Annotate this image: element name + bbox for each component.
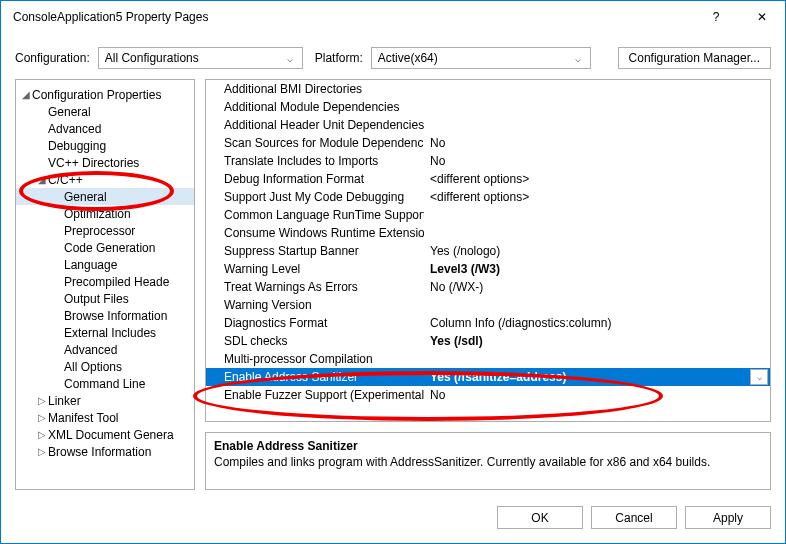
tree-item-label: Advanced (48, 122, 101, 136)
tree-item-advanced[interactable]: Advanced (16, 341, 194, 358)
property-value[interactable]: Yes (/fsanitize=address) (424, 370, 770, 384)
property-row[interactable]: Enable Address SanitizerYes (/fsanitize=… (206, 368, 770, 386)
property-row[interactable]: Consume Windows Runtime Extension (206, 224, 770, 242)
titlebar: ConsoleApplication5 Property Pages ? ✕ (1, 1, 785, 33)
right-pane: Additional BMI DirectoriesAdditional Mod… (205, 79, 771, 490)
help-icon: ? (713, 10, 720, 24)
close-icon: ✕ (757, 10, 767, 24)
tree-item-label: Linker (48, 394, 81, 408)
cancel-button[interactable]: Cancel (591, 506, 677, 529)
property-tree[interactable]: ◢Configuration PropertiesGeneralAdvanced… (15, 79, 195, 490)
property-row[interactable]: Translate Includes to ImportsNo (206, 152, 770, 170)
help-button[interactable]: ? (693, 1, 739, 33)
property-row[interactable]: Additional Module Dependencies (206, 98, 770, 116)
tree-item-browse-information[interactable]: ▷Browse Information (16, 443, 194, 460)
tree-item-label: Manifest Tool (48, 411, 118, 425)
property-row[interactable]: Common Language RunTime Support (206, 206, 770, 224)
property-row[interactable]: Treat Warnings As ErrorsNo (/WX-) (206, 278, 770, 296)
tree-item-language[interactable]: Language (16, 256, 194, 273)
tree-item-external-includes[interactable]: External Includes (16, 324, 194, 341)
tree-item-manifest-tool[interactable]: ▷Manifest Tool (16, 409, 194, 426)
expand-icon[interactable]: ▷ (36, 395, 48, 406)
property-name: SDL checks (206, 334, 424, 348)
property-value[interactable]: Level3 (/W3) (424, 262, 770, 276)
tree-item-advanced[interactable]: Advanced (16, 120, 194, 137)
tree-item-label: Configuration Properties (32, 88, 161, 102)
property-row[interactable]: Scan Sources for Module DependenciesNo (206, 134, 770, 152)
tree-item-label: Language (64, 258, 117, 272)
property-row[interactable]: SDL checksYes (/sdl) (206, 332, 770, 350)
property-name: Suppress Startup Banner (206, 244, 424, 258)
platform-combobox[interactable]: Active(x64) ⌵ (371, 47, 591, 69)
configuration-label: Configuration: (15, 51, 90, 65)
chevron-down-icon: ⌵ (282, 53, 298, 64)
property-name: Additional BMI Directories (206, 82, 424, 96)
tree-item-c-c-[interactable]: ◢C/C++ (16, 171, 194, 188)
window-title: ConsoleApplication5 Property Pages (13, 10, 693, 24)
property-name: Enable Fuzzer Support (Experimental) (206, 388, 424, 402)
tree-root[interactable]: ◢Configuration Properties (16, 86, 194, 103)
property-name: Additional Header Unit Dependencies (206, 118, 424, 132)
property-dropdown-button[interactable]: ⌵ (750, 369, 768, 385)
close-button[interactable]: ✕ (739, 1, 785, 33)
property-row[interactable]: Warning LevelLevel3 (/W3) (206, 260, 770, 278)
tree-item-xml-document-genera[interactable]: ▷XML Document Genera (16, 426, 194, 443)
platform-label: Platform: (315, 51, 363, 65)
tree-item-code-generation[interactable]: Code Generation (16, 239, 194, 256)
collapse-icon[interactable]: ◢ (20, 89, 32, 100)
property-value[interactable]: <different options> (424, 190, 770, 204)
tree-item-precompiled-heade[interactable]: Precompiled Heade (16, 273, 194, 290)
tree-item-general[interactable]: General (16, 103, 194, 120)
property-row[interactable]: Debug Information Format<different optio… (206, 170, 770, 188)
tree-item-general[interactable]: General (16, 188, 194, 205)
configuration-combobox[interactable]: All Configurations ⌵ (98, 47, 303, 69)
tree-item-browse-information[interactable]: Browse Information (16, 307, 194, 324)
tree-item-label: External Includes (64, 326, 156, 340)
property-row[interactable]: Warning Version (206, 296, 770, 314)
configuration-manager-button[interactable]: Configuration Manager... (618, 47, 771, 69)
property-name: Treat Warnings As Errors (206, 280, 424, 294)
property-name: Support Just My Code Debugging (206, 190, 424, 204)
property-value[interactable]: No (/WX-) (424, 280, 770, 294)
tree-item-output-files[interactable]: Output Files (16, 290, 194, 307)
tree-item-label: Precompiled Heade (64, 275, 169, 289)
property-name: Scan Sources for Module Dependencies (206, 136, 424, 150)
tree-item-label: Browse Information (48, 445, 151, 459)
tree-item-linker[interactable]: ▷Linker (16, 392, 194, 409)
expand-icon[interactable]: ▷ (36, 412, 48, 423)
property-value[interactable]: No (424, 388, 770, 402)
property-row[interactable]: Support Just My Code Debugging<different… (206, 188, 770, 206)
property-row[interactable]: Suppress Startup BannerYes (/nologo) (206, 242, 770, 260)
ok-button[interactable]: OK (497, 506, 583, 529)
property-name: Enable Address Sanitizer (206, 370, 424, 384)
tree-item-command-line[interactable]: Command Line (16, 375, 194, 392)
property-row[interactable]: Multi-processor Compilation (206, 350, 770, 368)
expand-icon[interactable]: ▷ (36, 429, 48, 440)
property-value[interactable]: <different options> (424, 172, 770, 186)
property-name: Warning Version (206, 298, 424, 312)
apply-button[interactable]: Apply (685, 506, 771, 529)
tree-item-all-options[interactable]: All Options (16, 358, 194, 375)
tree-item-preprocessor[interactable]: Preprocessor (16, 222, 194, 239)
tree-item-optimization[interactable]: Optimization (16, 205, 194, 222)
tree-item-vc-directories[interactable]: VC++ Directories (16, 154, 194, 171)
description-text: Compiles and links program with AddressS… (214, 455, 762, 469)
expand-icon[interactable]: ▷ (36, 446, 48, 457)
property-value[interactable]: Yes (/sdl) (424, 334, 770, 348)
property-pages-dialog: ConsoleApplication5 Property Pages ? ✕ C… (0, 0, 786, 544)
property-value[interactable]: No (424, 136, 770, 150)
main-content: ◢Configuration PropertiesGeneralAdvanced… (1, 79, 785, 498)
property-row[interactable]: Enable Fuzzer Support (Experimental)No (206, 386, 770, 404)
tree-item-label: Advanced (64, 343, 117, 357)
collapse-icon[interactable]: ◢ (36, 174, 48, 185)
platform-value: Active(x64) (376, 51, 570, 65)
description-title: Enable Address Sanitizer (214, 439, 762, 453)
tree-item-debugging[interactable]: Debugging (16, 137, 194, 154)
property-value[interactable]: No (424, 154, 770, 168)
property-value[interactable]: Column Info (/diagnostics:column) (424, 316, 770, 330)
property-value[interactable]: Yes (/nologo) (424, 244, 770, 258)
property-grid[interactable]: Additional BMI DirectoriesAdditional Mod… (205, 79, 771, 422)
property-row[interactable]: Additional Header Unit Dependencies (206, 116, 770, 134)
property-row[interactable]: Diagnostics FormatColumn Info (/diagnost… (206, 314, 770, 332)
property-row[interactable]: Additional BMI Directories (206, 80, 770, 98)
